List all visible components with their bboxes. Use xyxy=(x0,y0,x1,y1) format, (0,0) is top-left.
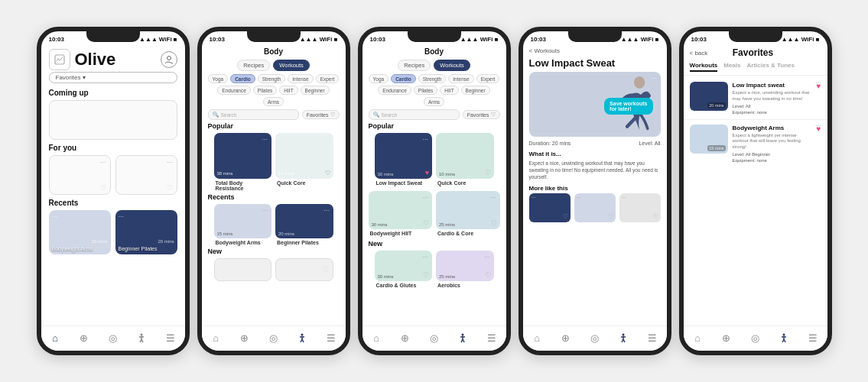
new-lc1[interactable]: 30 mins ♡ ··· xyxy=(375,251,433,281)
filter-pilates-2[interactable]: Pilates xyxy=(253,86,278,95)
nav-body-5[interactable] xyxy=(775,329,792,346)
pop-dark-3[interactable]: 30 mins ♥ ··· xyxy=(375,133,433,179)
nav-list-3[interactable]: ☰ xyxy=(483,329,500,346)
for-you-row: ··· ♡ ··· ♡ xyxy=(41,154,185,196)
popular-light-2[interactable]: ♡ 18 mins xyxy=(275,133,333,179)
card-heart-2[interactable]: ♡ xyxy=(167,184,173,192)
nav-plus-4[interactable]: ⊕ xyxy=(558,329,574,346)
tab-workouts-3[interactable]: Workouts xyxy=(434,60,470,71)
filter-hiit-2[interactable]: HIIT xyxy=(279,86,297,95)
detail-back-btn[interactable]: < Workouts xyxy=(523,46,667,56)
fav-tab-workouts[interactable]: Workouts xyxy=(690,62,718,72)
nav-list-1[interactable]: ☰ xyxy=(162,329,179,346)
nav-home-3[interactable]: ⌂ xyxy=(368,329,385,346)
filter-cardio-2[interactable]: Cardio xyxy=(230,74,255,83)
filter-pilates-3[interactable]: Pilates xyxy=(414,86,438,95)
save-toast[interactable]: Save workouts for later! xyxy=(604,98,652,115)
recent-b1[interactable]: 15 mins ··· xyxy=(214,204,272,238)
filter-strength-3[interactable]: Strength xyxy=(418,74,447,83)
fav-tab-articles[interactable]: Articles & Tunes xyxy=(746,62,795,72)
recent-card-b1[interactable]: 15 mins ··· Bodyweight Arms xyxy=(214,204,272,245)
nav-body-4[interactable] xyxy=(615,329,632,346)
filter-beginner-2[interactable]: Beginner xyxy=(301,86,330,95)
recent-card-1[interactable]: ··· 15 mins Bodyweight Arms xyxy=(49,210,111,254)
filter-cardio-3[interactable]: Cardio xyxy=(391,74,416,83)
fav-dots-2[interactable]: ··· xyxy=(815,121,821,129)
pop-light-3[interactable]: 10 mins ♡ xyxy=(436,133,494,179)
fav-item-2[interactable]: 15 mins Bodyweight Arms Expect a lightwe… xyxy=(684,121,827,166)
fav-tab-meals[interactable]: Meals xyxy=(723,62,740,72)
more-like-card-1[interactable]: ··· ♡ xyxy=(529,193,571,222)
tab-workouts-2[interactable]: Workouts xyxy=(273,60,310,71)
pop-c2[interactable]: 10 mins ♡ Quick Core xyxy=(436,133,494,186)
recent-card-2[interactable]: ··· 20 mins Beginner Pilates xyxy=(115,210,177,254)
nav-home-4[interactable]: ⌂ xyxy=(528,329,545,346)
nav-plus-3[interactable]: ⊕ xyxy=(397,329,414,346)
tab-recipes-2[interactable]: Recipes xyxy=(237,60,270,71)
pop-c1[interactable]: 30 mins ♥ ··· Low Impact Sweat xyxy=(375,133,433,186)
more-like-card-2[interactable]: ··· ♡ xyxy=(574,193,616,222)
search-box-3[interactable]: 🔍 Search xyxy=(369,109,460,120)
card-heart-1[interactable]: ♡ xyxy=(100,184,106,192)
filter-hiit-3[interactable]: HIIT xyxy=(440,86,458,95)
nav-list-4[interactable]: ☰ xyxy=(644,329,661,346)
nav-plus-2[interactable]: ⊕ xyxy=(236,329,253,346)
new-card-2[interactable]: ♡ xyxy=(275,258,333,281)
new-lav-3[interactable]: 25 mins ♡ ··· xyxy=(436,251,494,281)
more-light2-3[interactable]: 25 mins ♡ ··· xyxy=(436,191,500,229)
filter-endurance-2[interactable]: Endurance xyxy=(217,86,250,95)
filter-strength-2[interactable]: Strength xyxy=(258,74,286,83)
fav-dots-1[interactable]: ··· xyxy=(815,79,821,86)
nav-home-2[interactable]: ⌂ xyxy=(207,329,224,346)
recent-b2[interactable]: 20 mins ··· xyxy=(275,204,333,238)
filter-beginner-3[interactable]: Beginner xyxy=(461,86,490,95)
nav-circle-1[interactable]: ◎ xyxy=(104,329,121,346)
filter-expert-2[interactable]: Expert xyxy=(316,74,340,83)
notch-4 xyxy=(568,31,622,42)
more-c1[interactable]: 30 mins ♡ ··· Bodyweight HIIT xyxy=(369,191,433,236)
nav-list-5[interactable]: ☰ xyxy=(805,329,821,346)
fav-btn-3[interactable]: Favorites ♡ xyxy=(463,110,500,119)
nav-circle-2[interactable]: ◎ xyxy=(265,329,281,346)
filter-yoga-2[interactable]: Yoga xyxy=(208,74,229,83)
nav-plus-5[interactable]: ⊕ xyxy=(718,329,735,346)
nav-body-3[interactable] xyxy=(454,329,471,346)
popular-card-1[interactable]: 38 mins ··· Total Body Resistance xyxy=(214,133,272,191)
heart-icon-popular-2[interactable]: ♡ xyxy=(325,170,330,176)
nav-list-2[interactable]: ☰ xyxy=(323,329,340,346)
popular-dark-1[interactable]: 38 mins ··· xyxy=(214,133,272,179)
filter-intense-3[interactable]: Intense xyxy=(448,74,473,83)
user-avatar[interactable] xyxy=(161,51,177,68)
search-box-2[interactable]: 🔍 Search xyxy=(208,109,299,120)
filter-arms-3[interactable]: Arms xyxy=(424,97,444,106)
fav-item-1[interactable]: 20 mins Low Impact sweat Expect a nice, … xyxy=(684,79,827,118)
nav-plus-1[interactable]: ⊕ xyxy=(76,329,93,346)
filter-intense-2[interactable]: Intense xyxy=(288,74,313,83)
filter-endurance-3[interactable]: Endurance xyxy=(378,86,411,95)
popular-card-2[interactable]: ♡ 18 mins Quick Core xyxy=(275,133,333,191)
new-c2[interactable]: 25 mins ♡ ··· Aerobics xyxy=(436,251,494,288)
nav-home-5[interactable]: ⌂ xyxy=(689,329,706,346)
filter-expert-3[interactable]: Expert xyxy=(476,74,500,83)
for-you-card-1[interactable]: ··· ♡ xyxy=(49,155,111,195)
for-you-card-2[interactable]: ··· ♡ xyxy=(115,155,177,195)
favorites-pill[interactable]: Favorites ▾ xyxy=(49,72,177,83)
nav-body-1[interactable] xyxy=(133,329,150,346)
more-like-card-3[interactable]: ··· ♡ xyxy=(619,193,661,222)
new-card-1[interactable] xyxy=(214,258,272,281)
nav-home-1[interactable]: ⌂ xyxy=(47,329,63,346)
nav-body-2[interactable] xyxy=(294,329,310,346)
new-c1[interactable]: 30 mins ♡ ··· Cardio & Glutes xyxy=(375,251,433,288)
filter-arms-2[interactable]: Arms xyxy=(263,97,284,106)
nav-circle-3[interactable]: ◎ xyxy=(425,329,442,346)
more-like-title: More like this xyxy=(523,183,667,193)
recent-card-b2[interactable]: 20 mins ··· Beginner Pilates xyxy=(275,204,333,245)
more-c2[interactable]: 25 mins ♡ ··· Cardio & Core xyxy=(436,191,500,236)
more-light-3[interactable]: 30 mins ♡ ··· xyxy=(369,191,433,229)
nav-circle-4[interactable]: ◎ xyxy=(586,329,603,346)
nav-circle-5[interactable]: ◎ xyxy=(746,329,763,346)
fav-back-btn[interactable]: < back xyxy=(690,50,708,57)
filter-yoga-3[interactable]: Yoga xyxy=(369,74,389,83)
fav-btn-2[interactable]: Favorites ♡ xyxy=(302,110,340,119)
tab-recipes-3[interactable]: Recipes xyxy=(398,60,431,71)
